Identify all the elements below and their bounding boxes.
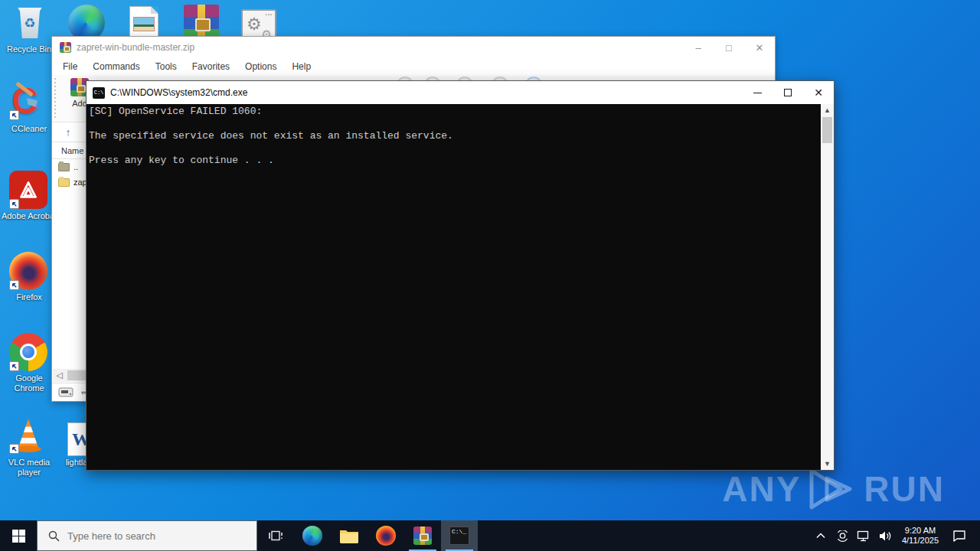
acrobat-label: Adobe Acrobat (0, 211, 58, 221)
cmd-maximize-button[interactable] (773, 81, 803, 104)
winrar-icon (413, 527, 432, 545)
file-explorer-icon (339, 527, 359, 544)
cmd-titlebar[interactable]: C:\ C:\WINDOWS\system32\cmd.exe ✕ (87, 81, 834, 104)
taskbar-clock[interactable]: 9:20 AM 4/11/2025 (897, 526, 943, 546)
scrollbar-thumb[interactable] (822, 117, 832, 143)
clock-time: 9:20 AM (897, 526, 943, 536)
add-button-label: Add (72, 99, 87, 108)
menu-help[interactable]: Help (284, 60, 318, 73)
shortcut-arrow-icon (9, 280, 19, 290)
recycle-bin-label: Recycle Bin (0, 44, 58, 54)
ccleaner-label: CCleaner (0, 124, 58, 134)
chevron-up-icon (815, 532, 826, 540)
clock-date: 4/11/2025 (897, 536, 943, 546)
taskbar-firefox-button[interactable] (368, 520, 404, 551)
winrar-close-button[interactable]: ✕ (744, 37, 775, 58)
search-input[interactable] (67, 530, 236, 542)
chrome-desktop-icon[interactable] (8, 332, 48, 372)
tray-volume-button[interactable] (876, 520, 894, 551)
scroll-left-arrow-icon[interactable]: ◁ (53, 370, 66, 380)
shortcut-arrow-icon (9, 199, 19, 209)
file-row-label: .. (74, 162, 78, 171)
winrar-title: zapret-win-bundle-master.zip (77, 42, 194, 53)
taskbar-explorer-button[interactable] (331, 520, 368, 551)
scroll-up-arrow-icon[interactable]: ▲ (824, 104, 831, 116)
cmd-close-button[interactable]: ✕ (803, 81, 834, 104)
folder-icon (58, 178, 70, 187)
camera-icon (836, 530, 849, 542)
recycle-bin-glyph: ♻ (17, 8, 43, 38)
scroll-down-arrow-icon[interactable]: ▼ (824, 458, 831, 470)
tray-camera-button[interactable] (833, 520, 851, 551)
taskbar-winrar-button[interactable] (404, 520, 441, 551)
watermark-run-text: RUN (864, 471, 945, 507)
taskbar-cmd-button[interactable]: C:\_ (441, 520, 478, 551)
shortcut-arrow-icon (9, 444, 19, 454)
network-icon (857, 530, 871, 542)
vlc-desktop-icon[interactable] (8, 415, 48, 455)
shortcut-arrow-icon (9, 110, 19, 120)
firefox-desktop-icon[interactable] (8, 251, 48, 291)
chrome-label: Google Chrome (0, 373, 58, 393)
up-folder-button[interactable]: ↑ (58, 124, 78, 141)
winrar-titlebar-icon (60, 42, 71, 53)
search-icon (48, 530, 60, 542)
speaker-icon (879, 530, 892, 542)
menu-tools[interactable]: Tools (148, 60, 185, 73)
tray-expand-button[interactable] (812, 520, 830, 551)
winrar-titlebar[interactable]: zapret-win-bundle-master.zip – □ ✕ (52, 37, 775, 58)
taskbar-edge-button[interactable] (294, 520, 331, 551)
cmd-icon: C:\ (93, 87, 105, 99)
menu-favorites[interactable]: Favorites (185, 60, 237, 73)
cmd-icon: C:\_ (449, 527, 469, 545)
firefox-label: Firefox (0, 292, 58, 302)
watermark-any-text: ANY (722, 471, 801, 507)
taskbar-search[interactable] (37, 520, 257, 551)
winrar-maximize-button[interactable]: □ (714, 37, 744, 58)
acrobat-desktop-icon[interactable] (8, 170, 48, 210)
winrar-minimize-button[interactable]: – (683, 37, 714, 58)
system-tray: 9:20 AM 4/11/2025 (812, 520, 980, 551)
task-view-button[interactable] (257, 520, 294, 551)
action-center-button[interactable] (946, 520, 972, 551)
tray-network-button[interactable] (854, 520, 873, 551)
cmd-vertical-scrollbar[interactable]: ▲ ▼ (821, 104, 834, 470)
menu-file[interactable]: File (55, 60, 85, 73)
shortcut-arrow-icon (9, 361, 19, 371)
windows-logo-icon (12, 530, 25, 543)
cmd-window: C:\ C:\WINDOWS\system32\cmd.exe ✕ [SC] O… (86, 80, 835, 471)
cmd-title: C:\WINDOWS\system32\cmd.exe (110, 87, 742, 98)
winrar-menubar: File Commands Tools Favorites Options He… (52, 58, 775, 75)
toolbar-grip (54, 78, 56, 119)
name-column-label: Name (52, 146, 83, 155)
taskbar: C:\_ (0, 520, 980, 551)
notification-bubble-icon (952, 530, 966, 542)
recycle-bin-icon[interactable]: ♻ (10, 3, 50, 43)
firefox-icon (376, 526, 396, 546)
drive-icon (58, 387, 74, 397)
ccleaner-desktop-icon[interactable]: C (8, 81, 48, 121)
anyrun-logo-icon (807, 467, 858, 511)
start-button[interactable] (0, 520, 37, 551)
desktop: ♻ Recycle Bin ▪▪▪⚙⚙ C CCleaner Adobe (0, 0, 980, 551)
edge-icon (302, 526, 322, 546)
menu-options[interactable]: Options (237, 60, 284, 73)
menu-commands[interactable]: Commands (85, 60, 147, 73)
console-output: [SC] OpenService FAILED 1060: The specif… (89, 106, 818, 167)
anyrun-watermark: ANY RUN (722, 467, 945, 511)
cmd-minimize-button[interactable] (742, 81, 773, 104)
folder-up-icon (58, 163, 70, 171)
task-view-icon (269, 530, 283, 542)
